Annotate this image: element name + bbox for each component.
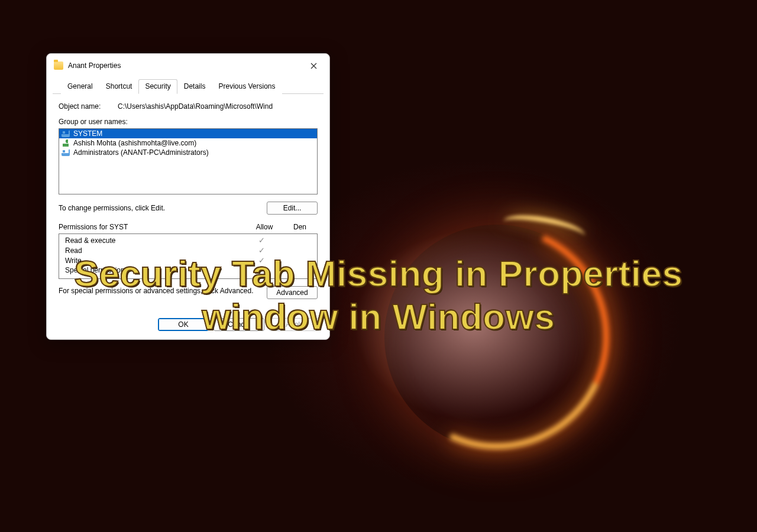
table-row: Write ✓ <box>62 255 315 265</box>
group-icon <box>62 149 70 156</box>
allow-column-label: Allow <box>247 223 282 231</box>
list-item[interactable]: SYSTEM <box>59 129 317 138</box>
object-name-value: C:\Users\ashis\AppData\Roaming\Microsoft… <box>118 102 273 111</box>
perm-name: Special permissions <box>62 266 244 274</box>
group-label: Group or user names: <box>59 118 318 126</box>
edit-hint: To change permissions, click Edit. <box>59 204 165 212</box>
perm-name: Read <box>62 246 244 255</box>
tab-security[interactable]: Security <box>138 79 177 94</box>
table-row: Read & execute ✓ <box>62 235 315 245</box>
list-item[interactable]: Administrators (ANANT-PC\Administrators) <box>59 148 317 157</box>
user-name: Administrators (ANANT-PC\Administrators) <box>73 148 209 157</box>
user-name: SYSTEM <box>73 129 102 138</box>
folder-icon <box>54 61 63 70</box>
eclipse-background <box>384 225 609 449</box>
permissions-for-label: Permissions for SYST <box>59 223 247 231</box>
close-button[interactable] <box>305 59 322 73</box>
apply-button[interactable]: Apply <box>269 318 320 331</box>
deny-column-label: Den <box>282 223 318 231</box>
tab-shortcut[interactable]: Shortcut <box>99 79 139 94</box>
table-row: Read ✓ <box>62 245 315 255</box>
advanced-hint: For special permissions or advanced sett… <box>59 286 261 296</box>
tab-details[interactable]: Details <box>177 79 212 94</box>
user-name: Ashish Mohta (ashishmohta@live.com) <box>73 139 196 147</box>
tab-strip: General Shortcut Security Details Previo… <box>53 79 323 94</box>
tab-general[interactable]: General <box>61 79 99 94</box>
ok-button[interactable]: OK <box>158 318 209 331</box>
cancel-button[interactable]: Cancel <box>213 318 264 331</box>
user-list[interactable]: SYSTEM Ashish Mohta (ashishmohta@live.co… <box>59 128 318 194</box>
list-item[interactable]: Ashish Mohta (ashishmohta@live.com) <box>59 138 317 148</box>
allow-check-icon: ✓ <box>244 256 279 265</box>
perm-name: Read & execute <box>62 236 244 245</box>
close-icon <box>310 63 317 69</box>
edit-button[interactable]: Edit... <box>267 202 318 215</box>
perm-name: Write <box>62 257 244 265</box>
permissions-header: Permissions for SYST Allow Den <box>59 223 318 231</box>
table-row: Special permissions <box>62 265 315 275</box>
object-name-row: Object name: C:\Users\ashis\AppData\Roam… <box>59 102 318 111</box>
properties-dialog: Anant Properties General Shortcut Securi… <box>46 53 330 340</box>
security-pane: Object name: C:\Users\ashis\AppData\Roam… <box>47 94 329 312</box>
permissions-table: Read & execute ✓ Read ✓ Write ✓ Special … <box>59 233 318 279</box>
object-name-label: Object name: <box>59 102 112 111</box>
dialog-title: Anant Properties <box>68 61 305 70</box>
allow-check-icon: ✓ <box>244 246 279 255</box>
user-icon <box>62 140 70 147</box>
dialog-footer: OK Cancel Apply <box>47 312 329 339</box>
titlebar: Anant Properties <box>47 54 329 76</box>
group-icon <box>62 130 70 137</box>
allow-check-icon: ✓ <box>244 236 279 245</box>
tab-previous-versions[interactable]: Previous Versions <box>212 79 282 94</box>
advanced-button[interactable]: Advanced <box>267 286 318 299</box>
